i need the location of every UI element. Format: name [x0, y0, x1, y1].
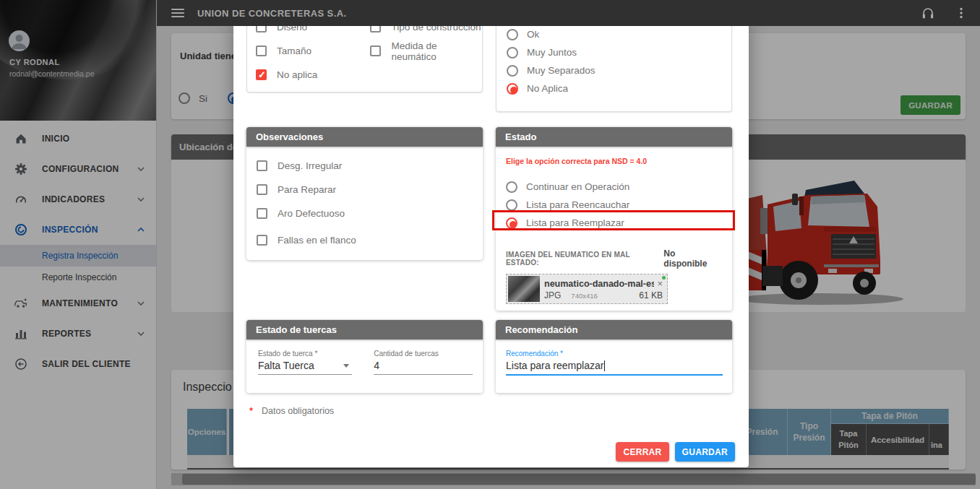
radio-circle — [507, 29, 518, 40]
guardar-button[interactable]: GUARDAR — [675, 442, 735, 462]
checkbox-label: Para Reparar — [278, 184, 336, 195]
select-caret-icon — [343, 364, 349, 368]
radio-circle — [507, 65, 518, 77]
inspection-detail-modal: Diseño Tamaño No aplica Tipo de construc… — [233, 20, 749, 467]
radio-ok[interactable]: Ok — [507, 25, 731, 43]
radio-circle — [507, 47, 518, 59]
checkbox-label: No aplica — [277, 69, 317, 80]
radio-label: Muy Juntos — [527, 47, 577, 58]
checkbox-tamano[interactable]: Tamaño — [256, 39, 370, 63]
radio-label: Muy Separados — [527, 65, 596, 76]
radio-label: Lista para Reemplazar — [526, 217, 624, 228]
cantidad-tuercas-value: 4 — [374, 360, 379, 371]
radio-label: No Aplica — [527, 83, 568, 94]
cantidad-tuercas-label: Cantidad de tuercas — [374, 350, 473, 358]
checkbox-label: Fallas en el flanco — [278, 235, 356, 246]
no-disponible-label: No disponible — [663, 248, 721, 269]
headset-icon[interactable] — [921, 6, 935, 20]
checkbox-box — [257, 235, 267, 246]
recomendacion-header: Recomendación — [496, 320, 732, 339]
estado-card: Estado Elige la opción correcta para NSD… — [496, 127, 732, 311]
radio-label: Lista para Reencauchar — [526, 199, 629, 210]
observaciones-header: Observaciones — [246, 127, 483, 147]
nsd-hint: Elige la opción correcta para NSD = 4.0 — [506, 157, 722, 165]
checkbox-medida-neumatico[interactable]: Medida de neumático — [370, 39, 482, 63]
checkbox-box — [370, 46, 381, 56]
estado-tuerca-field[interactable]: Estado de tuerca * Falta Tuerca — [258, 350, 352, 375]
required-star: * — [249, 405, 253, 416]
recomendacion-input[interactable]: Lista para reemplazar — [506, 358, 723, 376]
cantidad-tuercas-field[interactable]: Cantidad de tuercas 4 — [374, 350, 473, 375]
recomendacion-card: Recomendación Recomendación * Lista para… — [496, 320, 732, 393]
radio-muy-separados[interactable]: Muy Separados — [507, 61, 731, 79]
file-size: 61 KB — [639, 290, 663, 300]
radio-circle-selected — [506, 217, 517, 229]
image-section-label: IMAGEN DEL NEUMATICO EN MAL ESTADO: — [506, 251, 663, 267]
app-screen: CY RODNAL rodnal@contentmedia.pe INICIO — [0, 0, 980, 489]
tuercas-header: Estado de tuercas — [246, 320, 483, 339]
checkbox-box — [257, 184, 267, 195]
checkbox-desg-irregular[interactable]: Desg. Irregular — [257, 154, 483, 178]
menu-icon[interactable] — [171, 9, 184, 17]
topbar: UNION DE CONCRETERAS S.A. — [157, 0, 980, 26]
file-thumbnail — [508, 276, 540, 302]
required-note: * Datos obligatorios — [249, 405, 334, 416]
checkbox-box — [257, 208, 267, 219]
checkbox-label: Tamaño — [277, 46, 311, 56]
cerrar-button[interactable]: CERRAR — [616, 442, 669, 462]
file-type: JPG — [544, 290, 561, 300]
checkbox-label: Aro Defectuoso — [278, 208, 345, 219]
radio-circle-selected — [507, 83, 518, 95]
text-cursor — [604, 360, 605, 371]
recomendacion-label: Recomendación * — [506, 350, 723, 358]
more-vertical-icon[interactable] — [954, 6, 968, 20]
checkbox-no-aplica[interactable]: No aplica — [256, 63, 370, 87]
radio-lista-reemplazar[interactable]: Lista para Reemplazar — [506, 214, 722, 232]
checkbox-aro-defectuoso[interactable]: Aro Defectuoso — [257, 202, 483, 225]
file-dimensions: 740x416 — [571, 292, 597, 300]
checkbox-para-reparar[interactable]: Para Reparar — [257, 178, 483, 202]
remove-file-icon[interactable]: × — [654, 278, 663, 289]
file-attachment-chip[interactable]: neumatico-danado-mal-es... × JPG 740x416… — [506, 274, 668, 304]
observaciones-card: Observaciones Desg. Irregular Para Repar… — [246, 127, 483, 260]
upload-status-dot — [662, 276, 666, 280]
tuercas-card: Estado de tuercas Estado de tuerca * Fal… — [246, 320, 483, 393]
checkbox-box — [256, 46, 267, 56]
estado-tuerca-label: Estado de tuerca * — [258, 350, 352, 358]
cantidad-tuercas-input[interactable]: 4 — [374, 358, 473, 375]
radio-label: Ok — [527, 29, 539, 40]
radio-no-aplica[interactable]: No Aplica — [507, 79, 731, 98]
estado-tuerca-value: Falta Tuerca — [258, 360, 314, 371]
estado-header: Estado — [496, 127, 732, 147]
estado-tuerca-select[interactable]: Falta Tuerca — [258, 358, 352, 375]
radio-circle — [506, 199, 517, 211]
file-name: neumatico-danado-mal-es... — [544, 279, 654, 289]
checkbox-box — [257, 160, 267, 171]
radio-circle — [506, 181, 517, 193]
checkbox-label: Desg. Irregular — [278, 160, 342, 171]
app-title: UNION DE CONCRETERAS S.A. — [197, 8, 346, 19]
radio-continuar-operacion[interactable]: Continuar en Operación — [506, 178, 722, 196]
recomendacion-value: Lista para reemplazar — [506, 360, 603, 371]
radio-muy-juntos[interactable]: Muy Juntos — [507, 43, 731, 61]
radio-label: Continuar en Operación — [526, 181, 629, 192]
checkbox-fallas-flanco[interactable]: Fallas en el flanco — [257, 228, 483, 252]
checkbox-label: Medida de neumático — [391, 40, 482, 62]
required-text: Datos obligatorios — [262, 406, 334, 416]
radio-lista-reencauchar[interactable]: Lista para Reencauchar — [506, 196, 722, 214]
file-meta: neumatico-danado-mal-es... × JPG 740x416… — [540, 277, 666, 300]
checkbox-box-checked — [256, 69, 267, 80]
